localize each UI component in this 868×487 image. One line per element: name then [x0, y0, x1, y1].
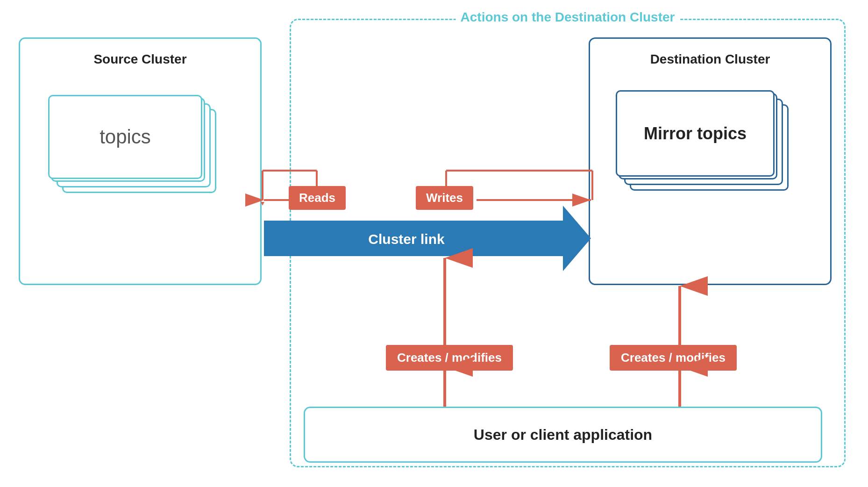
- diagram-container: Actions on the Destination Cluster Sourc…: [0, 0, 868, 487]
- creates-modifies-label-2: Creates / modifies: [621, 351, 726, 365]
- source-cluster-box: Source Cluster topics: [19, 37, 262, 285]
- creates-modifies-label-1: Creates / modifies: [397, 351, 502, 365]
- reads-box: Reads: [289, 186, 346, 210]
- topic-card-front: topics: [48, 95, 202, 179]
- mirror-card-front: Mirror topics: [616, 90, 775, 177]
- reads-label: Reads: [299, 191, 335, 205]
- mirror-topic-label: Mirror topics: [644, 124, 747, 143]
- user-app-label: User or client application: [474, 426, 652, 444]
- creates-modifies-box-2: Creates / modifies: [610, 345, 737, 371]
- creates-modifies-box-1: Creates / modifies: [386, 345, 513, 371]
- topic-label: topics: [100, 126, 151, 148]
- destination-cluster-label: Destination Cluster: [650, 52, 770, 67]
- source-cluster-label: Source Cluster: [93, 52, 186, 67]
- user-app-box: User or client application: [304, 407, 822, 463]
- topic-stack: topics: [48, 95, 221, 198]
- destination-cluster-box: Destination Cluster Mirror topics: [589, 37, 832, 285]
- destination-outer-label: Actions on the Destination Cluster: [456, 10, 680, 25]
- writes-box: Writes: [416, 186, 473, 210]
- mirror-topic-stack: Mirror topics: [616, 90, 798, 198]
- writes-label: Writes: [426, 191, 463, 205]
